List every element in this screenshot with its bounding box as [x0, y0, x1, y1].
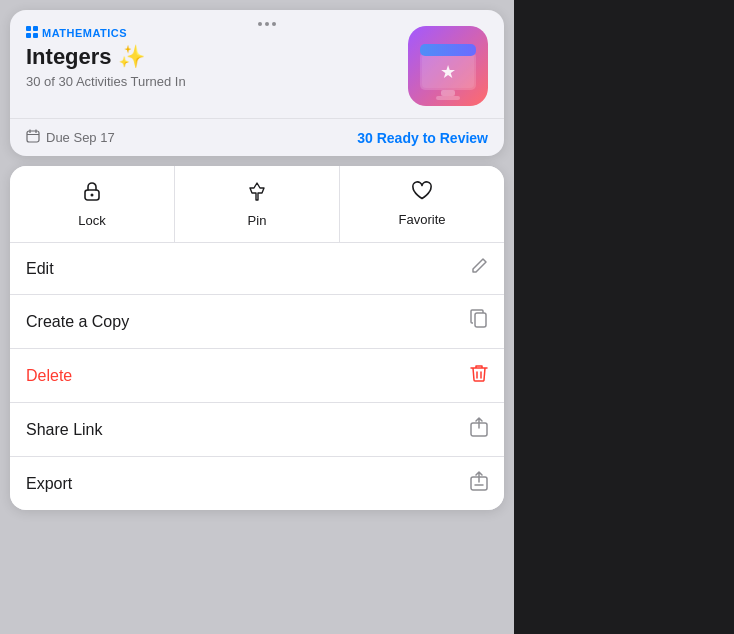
grid-icon [26, 26, 38, 40]
action-bar: Lock Pin Favorite [10, 166, 504, 243]
edit-menu-item[interactable]: Edit [10, 243, 504, 295]
delete-menu-item[interactable]: Delete [10, 349, 504, 403]
dark-background-panel [514, 0, 734, 634]
card-left: MATHEMATICS Integers ✨ 30 of 30 Activiti… [26, 26, 408, 89]
dot-3 [272, 22, 276, 26]
trash-icon [470, 363, 488, 388]
pin-button[interactable]: Pin [175, 166, 340, 242]
svg-rect-11 [27, 131, 39, 142]
svg-rect-7 [420, 44, 476, 56]
lock-label: Lock [78, 213, 105, 228]
due-date: Due Sep 17 [26, 129, 115, 146]
create-copy-menu-item[interactable]: Create a Copy [10, 295, 504, 349]
share-link-label: Share Link [26, 421, 103, 439]
svg-point-16 [91, 194, 94, 197]
svg-rect-0 [26, 26, 31, 31]
svg-rect-1 [33, 26, 38, 31]
pin-label: Pin [248, 213, 267, 228]
svg-rect-17 [475, 313, 486, 327]
calendar-icon [26, 129, 40, 146]
svg-rect-2 [26, 33, 31, 38]
review-count[interactable]: 30 Ready to Review [357, 130, 488, 146]
pencil-icon [470, 257, 488, 280]
favorite-label: Favorite [399, 212, 446, 227]
lock-icon [82, 180, 102, 207]
create-copy-label: Create a Copy [26, 313, 129, 331]
assignment-card: MATHEMATICS Integers ✨ 30 of 30 Activiti… [10, 10, 504, 156]
content-area: MATHEMATICS Integers ✨ 30 of 30 Activiti… [0, 0, 514, 634]
category-label: MATHEMATICS [42, 27, 127, 39]
copy-icon [470, 309, 488, 334]
dot-2 [265, 22, 269, 26]
svg-rect-10 [436, 96, 460, 100]
svg-rect-9 [441, 90, 455, 96]
more-options-button[interactable] [250, 18, 284, 30]
export-menu-item[interactable]: Export [10, 457, 504, 510]
export-icon [470, 471, 488, 496]
share-link-menu-item[interactable]: Share Link [10, 403, 504, 457]
dot-1 [258, 22, 262, 26]
svg-text:★: ★ [440, 62, 456, 82]
delete-label: Delete [26, 367, 72, 385]
edit-label: Edit [26, 260, 54, 278]
export-label: Export [26, 475, 72, 493]
heart-icon [411, 181, 433, 206]
card-footer: Due Sep 17 30 Ready to Review [10, 118, 504, 156]
card-category: MATHEMATICS [26, 26, 408, 40]
svg-rect-3 [33, 33, 38, 38]
card-title: Integers ✨ [26, 44, 408, 70]
card-app-icon: ★ [408, 26, 488, 106]
lock-button[interactable]: Lock [10, 166, 175, 242]
favorite-button[interactable]: Favorite [340, 166, 504, 242]
context-menu: Lock Pin Favorite Edi [10, 166, 504, 510]
pin-icon [247, 180, 267, 207]
share-icon [470, 417, 488, 442]
due-date-label: Due Sep 17 [46, 130, 115, 145]
card-subtitle: 30 of 30 Activities Turned In [26, 74, 408, 89]
